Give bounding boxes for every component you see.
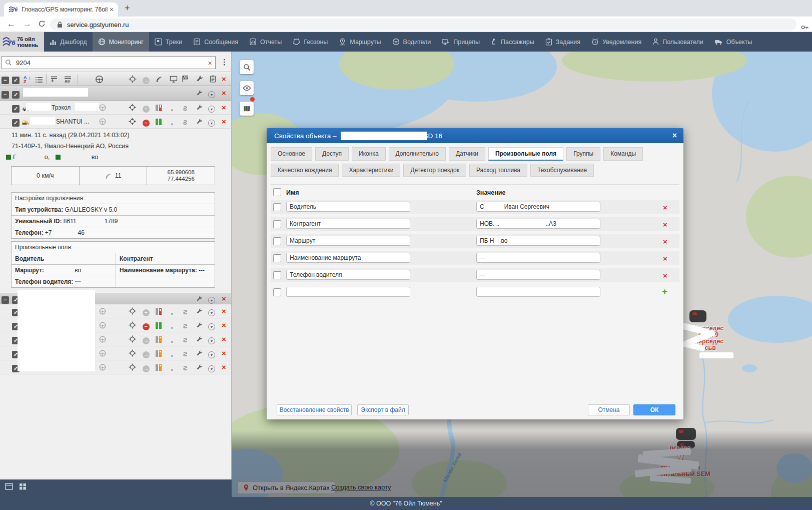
remove-icon[interactable]: × [222,307,226,316]
ok-button[interactable]: ОК [633,404,675,415]
tab-advanced[interactable]: Дополнительно [389,147,446,161]
wrench-icon[interactable] [196,349,203,358]
nav-item-tracks[interactable]: Треки [149,32,188,52]
tab-commands[interactable]: Команды [603,147,643,161]
new-field-name-input[interactable] [286,287,410,297]
remove-icon[interactable]: × [222,294,226,303]
remove-icon[interactable]: × [222,335,226,344]
wrench-icon[interactable] [196,307,203,316]
delete-field-icon[interactable]: × [663,237,667,246]
search-input[interactable] [15,59,205,67]
field-checkbox[interactable] [273,237,281,245]
back-button[interactable]: ← [7,19,16,29]
track-unit-icon[interactable] [129,75,137,85]
map-search-button[interactable] [240,60,254,74]
app-logo[interactable]: 76 76 ойлтюмень [0,32,44,52]
field-value-input[interactable]: СИван Сергеевич [476,202,600,212]
wrench-icon[interactable] [196,118,203,127]
field-checkbox[interactable] [273,203,281,211]
tab-maintenance[interactable]: Техобслуживание [530,164,594,177]
wrench-icon[interactable] [196,295,203,304]
key-icon[interactable] [801,23,809,32]
group-checkbox[interactable]: ✓ [12,90,20,99]
nav-item-messages[interactable]: Сообщения [188,32,244,52]
tab-custom-fields[interactable]: Произвольные поля [488,147,563,161]
monitor-column-icon[interactable] [170,76,178,85]
satellite-column-icon[interactable] [156,75,164,85]
field-checkbox[interactable] [273,271,281,279]
field-value-input[interactable]: НОВ. ....АЗ [476,219,600,229]
expand-icon[interactable]: ▾ [208,118,215,127]
unit-search[interactable]: × [2,56,216,69]
tab-sensors[interactable]: Датчики [449,147,485,161]
expand-icon[interactable]: ▾ [208,321,215,330]
remove-icon[interactable]: × [222,117,226,126]
expand-icon[interactable]: ▾ [208,307,215,316]
new-field-value-input[interactable] [476,287,600,297]
nav-item-units[interactable]: Объекты [709,32,758,52]
tab-general[interactable]: Основное [271,147,312,161]
wrench-icon[interactable] [196,104,203,113]
tab-characteristics[interactable]: Характеристики [342,164,400,177]
field-checkbox[interactable] [273,288,281,296]
field-name-input[interactable]: Контрагент [286,219,410,229]
map-visibility-button[interactable] [240,81,254,95]
add-to-list-icon[interactable]: + [50,76,58,85]
show-all-icon[interactable]: All [64,76,72,85]
drivers-column-icon[interactable] [95,75,104,86]
close-list-icon[interactable]: × [222,75,226,84]
browser-tab[interactable]: 76 Глонасс/GPS мониторинг. 76oil × [4,3,118,17]
locate-icon[interactable] [129,307,136,317]
nav-item-reports[interactable]: Отчеты [244,32,287,52]
nav-item-passengers[interactable]: Пассажиры [485,32,540,52]
locate-icon[interactable] [129,335,136,345]
group-collapse-checkbox[interactable]: − [2,295,9,304]
nav-item-users[interactable]: Пользователи [647,32,709,52]
tab-icon[interactable]: Иконка [352,147,386,161]
grid-panel-icon[interactable] [19,483,27,492]
remove-icon[interactable]: × [222,321,226,330]
panel-menu-icon[interactable]: ⋮ [221,58,228,67]
nav-item-dashboard[interactable]: Дашборд [44,32,93,52]
locate-icon[interactable] [129,104,136,113]
dialog-titlebar[interactable]: Свойства объекта – SD 16 × [267,128,683,143]
field-name-input[interactable]: Водитель [286,202,410,212]
wrench-icon[interactable] [196,363,203,372]
field-name-input[interactable]: Маршрут [286,236,410,246]
forward-button[interactable]: → [23,19,32,29]
tab-access[interactable]: Доступ [315,147,349,161]
field-checkbox[interactable] [273,254,281,262]
field-value-input[interactable]: --- [476,270,600,280]
nav-item-geofences[interactable]: Геозоны [287,32,333,52]
expand-icon[interactable]: ▾ [208,335,215,344]
map-vehicle-cluster[interactable] [689,310,706,322]
motion-state-icon[interactable]: → [143,75,150,84]
unit-checkbox[interactable]: ✓ [12,104,20,113]
remove-icon[interactable]: × [222,363,226,372]
locate-icon[interactable] [129,118,136,127]
expand-icon[interactable]: ▾ [208,104,215,113]
expand-icon[interactable]: ▾ [208,349,215,358]
nav-item-monitoring[interactable]: Мониторинг [93,32,149,52]
add-field-icon[interactable]: + [662,286,667,297]
wrench-icon[interactable] [196,321,203,330]
properties-wrench-icon[interactable] [196,75,203,84]
clear-search-icon[interactable]: × [208,59,212,67]
unit-checkbox[interactable]: ✓ [12,118,20,127]
field-value-input[interactable]: ПБ Нво [476,236,600,246]
expand-icon[interactable]: ▾ [208,295,215,304]
tab-fuel-consumption[interactable]: Расход топлива [469,164,527,177]
expand-icon[interactable]: ▾ [208,363,215,372]
nav-item-trailers[interactable]: Прицепы [436,32,485,52]
map-layers-button[interactable] [240,102,254,116]
field-name-input[interactable]: Наименование маршрута [286,253,410,263]
clipboard-icon[interactable] [210,75,216,85]
group-collapse-checkbox[interactable]: − [2,90,9,99]
remove-icon[interactable]: × [222,103,226,112]
sort-az-icon[interactable]: AZ↑ [24,76,31,86]
url-bar[interactable]: service.gpstyumen.ru [50,19,796,31]
window-panel-icon[interactable] [5,483,13,492]
expand-icon[interactable]: ▾ [208,89,215,98]
nav-item-tasks[interactable]: Задания [540,32,586,52]
list-view-icon[interactable] [35,76,43,85]
